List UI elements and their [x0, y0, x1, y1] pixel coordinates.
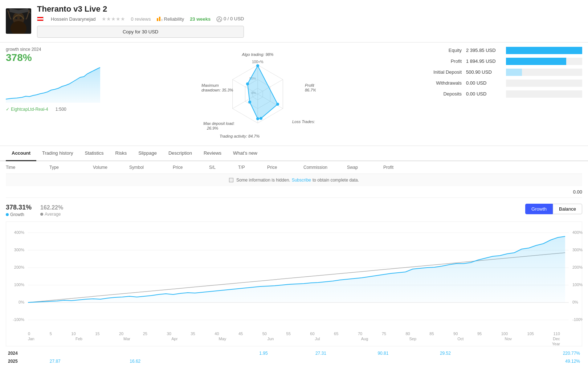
tabs-bar: Account Trading history Statistics Risks…	[0, 146, 588, 161]
profit-bar-wrap	[506, 58, 582, 65]
avg-dot	[40, 213, 43, 216]
rel-bar-1	[157, 18, 158, 21]
growth-since-label: growth since 2024	[6, 47, 107, 52]
svg-text:0%: 0%	[572, 300, 578, 304]
2025-total: 49.12%	[494, 357, 582, 365]
profit-value: 1 894.95 USD	[466, 58, 506, 64]
tab-account[interactable]: Account	[6, 146, 36, 161]
checkbox-icon	[229, 178, 233, 182]
2024-sep: 27.31	[290, 349, 352, 357]
profit-bar	[506, 58, 566, 65]
year-row-2025: 2025 27.87 16.62 49.12%	[6, 357, 582, 365]
radar-section: 100+% 50% 0%	[115, 47, 401, 141]
col-type: Type	[49, 165, 93, 170]
chart-legend: 378.31% Growth 162.22% Average	[6, 204, 63, 217]
hidden-msg: Some information is hidden.	[236, 178, 290, 183]
account-info: ✓ EightcapLtd-Real-4 1:500	[6, 107, 107, 112]
balance-button[interactable]: Balance	[553, 204, 582, 214]
growth-stat-block: 378.31% Growth	[6, 204, 32, 217]
tab-trading-history[interactable]: Trading history	[36, 146, 79, 161]
tab-risks[interactable]: Risks	[110, 146, 133, 161]
col-sl: S/L	[209, 165, 238, 170]
max-drawdown-label: Maximum	[201, 83, 219, 88]
svg-point-25	[248, 101, 251, 103]
svg-text:100%: 100%	[572, 282, 583, 287]
growth-mini-section: growth since 2024 378% ✓ EightcapLtd-Rea…	[6, 47, 107, 141]
col-price2: Price	[267, 165, 303, 170]
profit-label: Profit	[408, 58, 466, 64]
chart-toggle-buttons: Growth Balance	[525, 204, 582, 214]
equity-label: Equity	[408, 48, 466, 53]
equity-bar	[506, 47, 582, 54]
svg-point-26	[246, 82, 249, 85]
tab-description[interactable]: Description	[163, 146, 198, 161]
svg-point-21	[256, 64, 259, 67]
deposits-value: 0.00 USD	[466, 91, 506, 97]
svg-point-6	[219, 17, 220, 19]
tab-whats-new[interactable]: What's new	[227, 146, 263, 161]
growth-stat-value: 378.31%	[6, 204, 32, 211]
initial-deposit-row: Initial Deposit 500.90 USD	[408, 69, 582, 76]
avg-legend-label: Average	[45, 212, 61, 217]
main-section: growth since 2024 378% ✓ EightcapLtd-Rea…	[0, 42, 588, 146]
deposits-row: Deposits 0.00 USD	[408, 90, 582, 98]
profit-value: 0.00	[573, 189, 582, 195]
svg-point-24	[256, 117, 259, 120]
author-name: Hossein Davarynejad	[51, 16, 96, 22]
copy-button[interactable]: Copy for 30 USD	[37, 26, 244, 38]
svg-point-3	[15, 17, 17, 19]
page-header: Theranto v3 Live 2 Hossein Davarynejad ★…	[0, 0, 588, 42]
max-drawdown-val: drawdown: 35.3%	[201, 88, 233, 92]
chart-section: 378.31% Growth 162.22% Average Growth Ba	[0, 198, 588, 366]
weeks-value: 23 weeks	[190, 16, 211, 22]
trading-activity-label: Trading activity: 84.7%	[220, 134, 260, 138]
avatar	[6, 8, 31, 34]
x-axis-months: JanFebMarAprMayJunJulAugSepOctNovDec	[6, 336, 582, 341]
svg-text:400%: 400%	[14, 230, 24, 235]
initial-deposit-value: 500.90 USD	[466, 69, 506, 75]
svg-text:200%: 200%	[572, 265, 583, 269]
col-profit: Profit	[383, 165, 420, 170]
2024-total: 220.77%	[494, 349, 582, 357]
account-name: ✓ EightcapLtd-Real-4	[6, 107, 48, 112]
svg-text:400%: 400%	[572, 230, 583, 235]
reliability-section: Reliability	[157, 16, 184, 22]
avatar-image	[6, 8, 31, 34]
svg-point-22	[276, 103, 279, 106]
country-flag	[37, 17, 44, 21]
col-symbol: Symbol	[129, 165, 173, 170]
chart-header: 378.31% Growth 162.22% Average Growth Ba	[6, 204, 582, 217]
header-meta: Hossein Davarynejad ★★★★★ 0 reviews Reli…	[37, 16, 244, 22]
year-label-2024: 2024	[6, 349, 24, 357]
svg-marker-20	[248, 66, 278, 119]
2024-aug: 1.95	[237, 349, 290, 357]
svg-text:300%: 300%	[14, 248, 24, 252]
max-deposit-label: Max deposit load:	[203, 121, 234, 126]
stats-section: Equity 2 395.85 USD Profit 1 894.95 USD …	[408, 47, 582, 141]
withdrawals-label: Withdrawals	[408, 80, 466, 86]
reviews-count: 0 reviews	[131, 16, 151, 22]
growth-legend-label: Growth	[10, 212, 24, 217]
col-volume: Volume	[93, 165, 129, 170]
tab-statistics[interactable]: Statistics	[79, 146, 110, 161]
initial-deposit-bar	[506, 69, 522, 76]
subscribe-link[interactable]: Subscribe	[292, 178, 311, 183]
table-section: Time Type Volume Symbol Price S/L T/P Pr…	[0, 161, 588, 198]
svg-point-23	[260, 117, 262, 120]
growth-button[interactable]: Growth	[525, 204, 553, 214]
profit-row-total: 0.00	[6, 186, 582, 198]
rel-bar-3	[161, 19, 163, 21]
tab-reviews[interactable]: Reviews	[198, 146, 227, 161]
svg-text:-100%: -100%	[13, 317, 24, 322]
radar-chart: 100+% 50% 0%	[200, 47, 316, 141]
equity-bar-wrap	[506, 47, 582, 54]
initial-deposit-bar-wrap	[506, 69, 582, 76]
2025-jan: 27.87	[24, 357, 86, 365]
svg-text:300%: 300%	[572, 248, 583, 252]
tab-slippage[interactable]: Slippage	[132, 146, 163, 161]
check-icon: ✓	[6, 107, 9, 112]
loss-trades-label: Loss Trades: 13.3%	[292, 119, 316, 124]
col-tp: T/P	[238, 165, 267, 170]
algo-trading-label: Algo trading: 98%	[242, 52, 274, 57]
col-price: Price	[173, 165, 209, 170]
